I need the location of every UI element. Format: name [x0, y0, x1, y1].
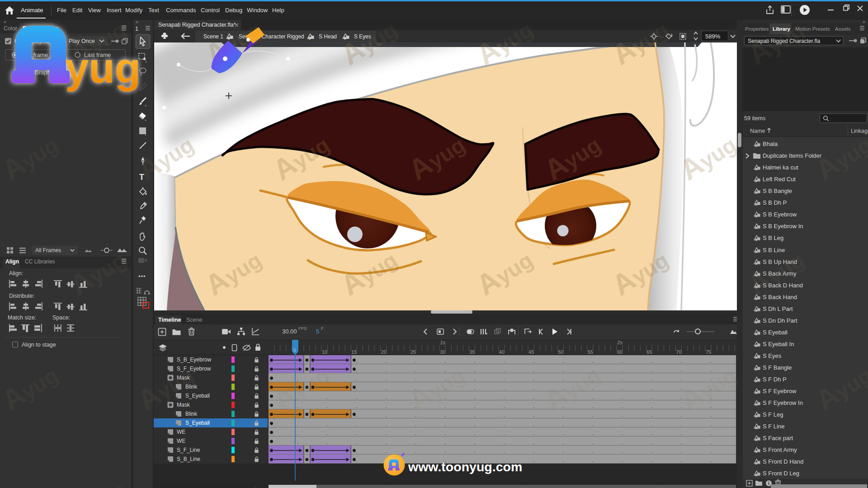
svg-text:1s: 1s — [440, 340, 445, 345]
svg-text:15: 15 — [351, 349, 357, 355]
svg-text:45: 45 — [528, 349, 534, 355]
svg-text:2s: 2s — [617, 340, 623, 345]
svg-text:60: 60 — [617, 349, 623, 355]
svg-text:25: 25 — [410, 349, 416, 355]
svg-text:65: 65 — [646, 349, 652, 355]
svg-text:30: 30 — [440, 349, 445, 355]
svg-text:40: 40 — [499, 349, 505, 355]
svg-text:50: 50 — [558, 349, 563, 355]
svg-text:35: 35 — [469, 349, 475, 355]
svg-text:70: 70 — [676, 349, 682, 355]
svg-text:yug: yug — [65, 44, 141, 92]
svg-text:20: 20 — [381, 349, 387, 355]
svg-text:75: 75 — [706, 349, 711, 355]
svg-text:10: 10 — [322, 349, 327, 355]
svg-text:www.toonyug.com: www.toonyug.com — [408, 460, 522, 474]
svg-text:55: 55 — [588, 349, 593, 355]
